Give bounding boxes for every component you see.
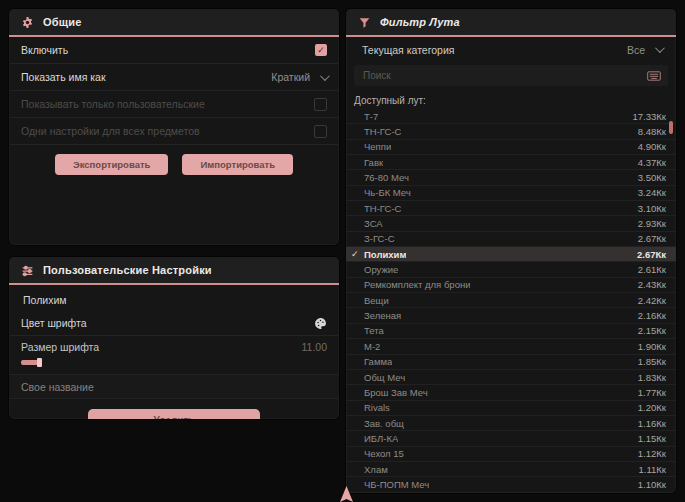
keyboard-icon[interactable]: [647, 71, 661, 81]
loot-item-name: Вещи: [364, 295, 389, 306]
category-row: Текущая категория Все: [346, 37, 676, 62]
loot-list-item[interactable]: Общ Меч1.83Кк: [346, 370, 676, 385]
loot-list-item[interactable]: ТН-ГС-С8.48Кк: [346, 124, 676, 139]
loot-list-item[interactable]: Гамма1.85Кк: [346, 355, 676, 370]
loot-list-item[interactable]: ЧБ-ПОПМ Меч1.10Кк: [346, 477, 676, 492]
loot-item-value: 1.90Кк: [638, 341, 666, 352]
gear-icon: [21, 16, 34, 29]
font-size-value: 11.00: [302, 341, 328, 353]
filter-panel-title: Фильтр Лута: [380, 16, 460, 28]
delete-row: Удалить: [9, 399, 339, 420]
loot-item-value: 1.10Кк: [638, 479, 666, 490]
loot-list-item[interactable]: Чехол 151.12Кк: [346, 447, 676, 462]
only-custom-checkbox[interactable]: [314, 98, 327, 111]
loot-list-item[interactable]: Хлам1.11Кк: [346, 462, 676, 477]
loot-list-item[interactable]: ИБЛ-КА1.15Кк: [346, 431, 676, 446]
loot-item-name: Гамма: [364, 356, 392, 367]
loot-list-item[interactable]: Rivals1.20Кк: [346, 401, 676, 416]
loot-item-value: 2.42Кк: [638, 295, 666, 306]
loot-item-name: Т-7: [364, 111, 378, 122]
setting-row-only-custom: Показывать только пользовательские: [9, 91, 339, 118]
loot-item-value: 3.24Кк: [638, 187, 666, 198]
loot-list-item[interactable]: Чь-БК Меч3.24Кк: [346, 186, 676, 201]
setting-row-enable: Включить ✓: [9, 37, 339, 64]
loot-item-value: 2.67Кк: [638, 233, 666, 244]
loot-list-item[interactable]: Оружие2.61Кк: [346, 262, 676, 277]
font-size-row: Размер шрифта 11.00: [9, 336, 339, 375]
loot-list-item[interactable]: Гавк4.37Кк: [346, 155, 676, 170]
loot-item-value: 8.48Кк: [638, 126, 666, 137]
category-label: Текущая категория: [362, 44, 455, 56]
loot-list-item[interactable]: Ремкомплект для брони2.43Кк: [346, 278, 676, 293]
export-button[interactable]: Экспортировать: [55, 154, 168, 175]
font-color-row[interactable]: Цвет шрифта: [9, 311, 339, 336]
loot-list-item[interactable]: Чеппи4.90Кк: [346, 140, 676, 155]
loot-list-item[interactable]: Т-717.33Кк: [346, 109, 676, 124]
loot-list-item[interactable]: ТН-ГС-С3.10Кк: [346, 201, 676, 216]
setting-row-same-settings: Одни настройки для всех предметов: [9, 118, 339, 145]
loot-item-value: 2.16Кк: [638, 310, 666, 321]
filter-panel-header: Фильтр Лута: [346, 9, 676, 37]
loot-item-name: ТН-ГС-С: [364, 126, 401, 137]
loot-item-value: 1.85Кк: [638, 356, 666, 367]
loot-item-value: 1.20Кк: [638, 402, 666, 413]
loot-item-value: 1.12Кк: [638, 448, 666, 459]
loot-list-item[interactable]: Брош Зав Меч1.77Кк: [346, 385, 676, 400]
loot-item-value: 2.61Кк: [638, 264, 666, 275]
general-panel-title: Общие: [43, 16, 82, 28]
name-mode-select[interactable]: Краткий: [271, 71, 327, 83]
loot-list-item[interactable]: ЗСА2.93Кк: [346, 216, 676, 231]
loot-item-value: 2.43Кк: [638, 279, 666, 290]
loot-list-item[interactable]: 76-80 Меч3.50Кк: [346, 170, 676, 185]
custom-panel-header: Пользовательские Настройки: [9, 257, 339, 285]
general-settings-panel: Общие Включить ✓ Показать имя как Кратки…: [8, 8, 340, 246]
funnel-icon: [358, 16, 371, 29]
loot-list-item[interactable]: Тета2.15Кк: [346, 324, 676, 339]
custom-name-input[interactable]: [9, 375, 339, 399]
loot-list-item[interactable]: З-ГС-С2.67Кк: [346, 232, 676, 247]
font-size-slider[interactable]: [21, 358, 327, 367]
loot-list-item[interactable]: Вещи2.42Кк: [346, 293, 676, 308]
loot-item-name: Брош Зав Меч: [364, 387, 428, 398]
loot-item-name: Чь-БК Меч: [364, 187, 411, 198]
loot-list-item[interactable]: ✓Полихим2.67Кк: [346, 247, 676, 262]
same-settings-checkbox[interactable]: [314, 125, 327, 138]
general-panel-header: Общие: [9, 9, 339, 37]
loot-item-value: 1.83Кк: [638, 372, 666, 383]
chevron-down-icon: [320, 71, 330, 81]
loot-item-value: 2.67Кк: [637, 249, 666, 260]
loot-item-name: Ремкомплект для брони: [364, 279, 470, 290]
loot-item-name: ЗСА: [364, 218, 383, 229]
delete-button[interactable]: Удалить: [88, 409, 260, 420]
category-select[interactable]: Все: [627, 44, 662, 56]
search-input[interactable]: [361, 69, 641, 82]
check-icon: ✓: [351, 249, 359, 259]
loot-item-name: Тета: [364, 325, 384, 336]
custom-panel-title: Пользовательские Настройки: [43, 264, 212, 276]
font-color-label: Цвет шрифта: [21, 317, 87, 329]
slider-handle[interactable]: [37, 358, 42, 367]
loot-list-item[interactable]: Зеленая2.16Кк: [346, 308, 676, 323]
search-box: [354, 65, 668, 86]
loot-item-name: Rivals: [364, 402, 390, 413]
enable-checkbox[interactable]: ✓: [315, 44, 327, 56]
category-value: Все: [627, 44, 645, 56]
loot-list-item[interactable]: М-21.90Кк: [346, 339, 676, 354]
custom-settings-panel: Пользовательские Настройки Полихим Цвет …: [8, 256, 340, 420]
loot-item-value: 2.15Кк: [638, 325, 666, 336]
loot-item-name: ИБЛ-КА: [364, 433, 398, 444]
setting-row-name-mode: Показать имя как Краткий: [9, 64, 339, 91]
loot-item-name: Чеппи: [364, 141, 391, 152]
only-custom-label: Показывать только пользовательские: [21, 98, 205, 110]
import-button[interactable]: Импортировать: [182, 154, 293, 175]
scrollbar-thumb[interactable]: [669, 121, 673, 134]
loot-list: Т-717.33КкТН-ГС-С8.48КкЧеппи4.90КкГавк4.…: [346, 109, 676, 493]
selected-item-name: Полихим: [9, 285, 339, 311]
loot-item-name: Общ Меч: [364, 372, 405, 383]
loot-filter-panel: Фильтр Лута Текущая категория Все Доступ…: [345, 8, 677, 494]
sliders-icon: [21, 264, 34, 277]
loot-item-value: 1.16Кк: [638, 418, 666, 429]
loot-item-name: М-2: [364, 341, 380, 352]
loot-list-item[interactable]: Зав. общ1.16Кк: [346, 416, 676, 431]
loot-item-name: З-ГС-С: [364, 233, 395, 244]
